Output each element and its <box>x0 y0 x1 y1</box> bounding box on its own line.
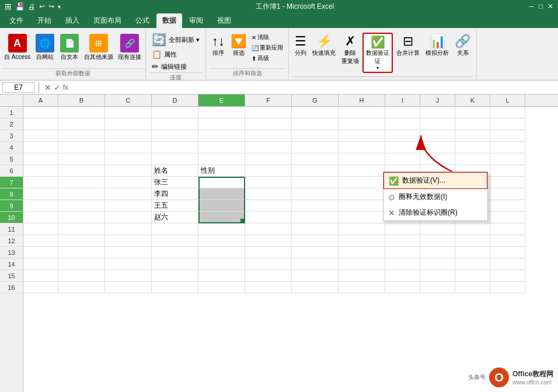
cell-b10[interactable] <box>58 212 105 223</box>
cell-a7[interactable] <box>23 177 58 188</box>
cell-h10[interactable] <box>339 212 385 223</box>
col-header-l[interactable]: L <box>490 94 525 106</box>
cell-l4[interactable] <box>490 142 525 153</box>
cell-i4[interactable] <box>385 142 420 153</box>
cell-g9[interactable] <box>292 200 339 212</box>
cell-h9[interactable] <box>339 200 385 212</box>
cell-c8[interactable] <box>105 188 152 200</box>
cell-e8[interactable] <box>198 188 245 200</box>
cell-f6[interactable] <box>245 165 292 177</box>
cell-a10[interactable] <box>23 212 58 223</box>
btn-edit-links[interactable]: ✏ 编辑链接 <box>149 61 202 72</box>
cell-h6[interactable] <box>339 165 385 177</box>
cell-h1[interactable] <box>339 107 385 118</box>
cell-e1[interactable] <box>198 107 245 118</box>
cell-l10[interactable] <box>490 212 525 223</box>
col-header-h[interactable]: H <box>339 94 385 106</box>
col-header-f[interactable]: F <box>245 94 292 106</box>
row-header-11[interactable]: 11 <box>0 223 23 235</box>
cell-l9[interactable] <box>490 200 525 212</box>
cell-f10[interactable] <box>245 212 292 223</box>
cell-d1[interactable] <box>152 107 198 118</box>
cell-e5[interactable] <box>198 153 245 165</box>
cell-h5[interactable] <box>339 153 385 165</box>
row-header-16[interactable]: 16 <box>0 282 23 293</box>
cell-a8[interactable] <box>23 188 58 200</box>
cell-d2[interactable] <box>152 118 198 130</box>
btn-properties[interactable]: 📋 属性 <box>149 48 202 60</box>
cell-d6[interactable]: 姓名 <box>152 165 198 177</box>
btn-flash-fill[interactable]: ⚡ 快速填充 <box>310 33 338 58</box>
col-header-j[interactable]: J <box>420 94 455 106</box>
cell-l1[interactable] <box>490 107 525 118</box>
cell-h2[interactable] <box>339 118 385 130</box>
cell-g10[interactable] <box>292 212 339 223</box>
row-header-8[interactable]: 8 <box>0 188 23 200</box>
col-header-c[interactable]: C <box>105 94 152 106</box>
cell-c3[interactable] <box>105 130 152 142</box>
btn-text[interactable]: 📄 自文本 <box>58 33 81 62</box>
tab-insert[interactable]: 插入 <box>58 13 86 28</box>
cell-b7[interactable] <box>58 177 105 188</box>
tab-data[interactable]: 数据 <box>156 13 182 28</box>
cell-d3[interactable] <box>152 130 198 142</box>
cell-e7[interactable] <box>198 177 245 188</box>
cell-d4[interactable] <box>152 142 198 153</box>
dropdown-item-circle-invalid[interactable]: ⊙ 圈释无效数据(I) <box>383 189 487 205</box>
btn-consolidate[interactable]: ⊟ 合并计算 <box>394 33 422 58</box>
confirm-icon[interactable]: ✓ <box>54 83 61 92</box>
cell-a2[interactable] <box>23 118 58 130</box>
cell-k4[interactable] <box>455 142 490 153</box>
row-header-4[interactable]: 4 <box>0 142 23 153</box>
row-header-7[interactable]: 7 <box>0 177 23 188</box>
cell-b9[interactable] <box>58 200 105 212</box>
btn-remove-duplicates[interactable]: ✗ 删除重复项 <box>339 33 361 66</box>
col-header-e[interactable]: E <box>198 94 245 106</box>
cell-b1[interactable] <box>58 107 105 118</box>
cell-b3[interactable] <box>58 130 105 142</box>
cell-b8[interactable] <box>58 188 105 200</box>
tab-start[interactable]: 开始 <box>30 13 58 28</box>
cell-g3[interactable] <box>292 130 339 142</box>
row-header-10[interactable]: 10 <box>0 212 23 223</box>
cell-f4[interactable] <box>245 142 292 153</box>
tab-formula[interactable]: 公式 <box>128 13 156 28</box>
row-header-3[interactable]: 3 <box>0 130 23 142</box>
cell-f3[interactable] <box>245 130 292 142</box>
btn-what-if[interactable]: 📊 模拟分析 <box>423 33 451 58</box>
cell-c6[interactable] <box>105 165 152 177</box>
cell-c10[interactable] <box>105 212 152 223</box>
cell-l2[interactable] <box>490 118 525 130</box>
row-header-15[interactable]: 15 <box>0 270 23 282</box>
cell-d9[interactable]: 王五 <box>152 200 198 212</box>
cell-k1[interactable] <box>455 107 490 118</box>
cell-a1[interactable] <box>23 107 58 118</box>
cell-i1[interactable] <box>385 107 420 118</box>
dropdown-item-clear-circles[interactable]: ✕ 清除验证标识圈(R) <box>383 205 487 220</box>
btn-data-validation[interactable]: ✅ 数据验证证 ▾ <box>362 33 393 73</box>
cell-f5[interactable] <box>245 153 292 165</box>
col-header-b[interactable]: B <box>58 94 105 106</box>
btn-existing-connections[interactable]: 🔗 现有连接 <box>116 33 143 62</box>
cell-g8[interactable] <box>292 188 339 200</box>
cell-c9[interactable] <box>105 200 152 212</box>
cell-c4[interactable] <box>105 142 152 153</box>
cell-k5[interactable] <box>455 153 490 165</box>
col-header-k[interactable]: K <box>455 94 490 106</box>
cell-g5[interactable] <box>292 153 339 165</box>
cell-d10[interactable]: 赵六 <box>152 212 198 223</box>
col-header-i[interactable]: I <box>385 94 420 106</box>
dropdown-item-data-validation[interactable]: ✅ 数据验证(V)... <box>383 172 487 189</box>
btn-advanced[interactable]: ⬆高级 <box>250 54 285 63</box>
cell-l8[interactable] <box>490 188 525 200</box>
cell-a4[interactable] <box>23 142 58 153</box>
cell-b4[interactable] <box>58 142 105 153</box>
cell-i2[interactable] <box>385 118 420 130</box>
row-header-12[interactable]: 12 <box>0 235 23 247</box>
cell-j4[interactable] <box>420 142 455 153</box>
cell-g1[interactable] <box>292 107 339 118</box>
btn-text-to-columns[interactable]: ☰ 分列 <box>292 33 309 58</box>
cell-c7[interactable] <box>105 177 152 188</box>
btn-access[interactable]: A 自 Access <box>2 33 32 62</box>
btn-reapply[interactable]: 🔄重新应用 <box>250 43 285 52</box>
